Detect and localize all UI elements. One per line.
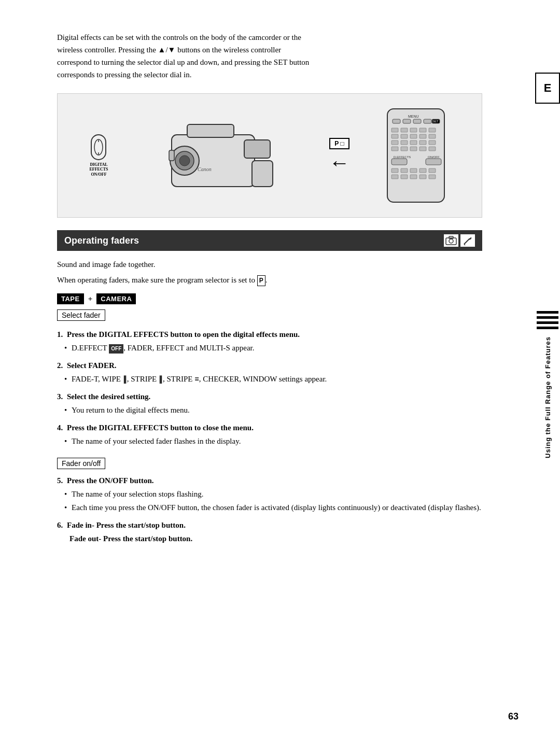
badge-row: TAPE + CAMERA xyxy=(57,293,519,304)
step-5-num: 5. xyxy=(57,476,63,485)
pencil-icon-box xyxy=(460,234,475,247)
svg-rect-14 xyxy=(393,119,400,123)
svg-rect-11 xyxy=(169,150,174,161)
left-arrow: ← xyxy=(329,152,349,173)
svg-text:SET: SET xyxy=(432,120,439,123)
svg-rect-52 xyxy=(419,175,426,179)
step-3-bullet-1: You return to the digital effects menu. xyxy=(72,404,482,416)
svg-rect-20 xyxy=(391,128,398,132)
step-4-bullet-1: The name of your selected fader flashes … xyxy=(72,435,482,447)
right-sidebar: Using the Full Range of Features xyxy=(535,311,560,458)
svg-rect-39 xyxy=(429,147,436,151)
step-6-text: Fade in- Press the start/stop button. xyxy=(67,521,186,529)
intro-text-3: correspond to turning the selector dial … xyxy=(57,58,309,66)
diagram-area: DIGITAL EFFECTS ON/OFF Canon xyxy=(57,93,482,218)
svg-rect-37 xyxy=(410,147,417,151)
step-4-num: 4. xyxy=(57,424,63,432)
svg-rect-7 xyxy=(244,140,270,158)
dial-label: DIGITAL EFFECTS ON/OFF xyxy=(89,162,108,177)
step-6-subtitle: Fade out- Press the start/stop button. xyxy=(57,532,482,545)
camcorder-diagram: Canon xyxy=(141,104,296,207)
svg-rect-25 xyxy=(391,134,398,138)
tab-letter: E xyxy=(544,81,552,95)
svg-rect-48 xyxy=(429,168,436,173)
sidebar-line-3 xyxy=(537,321,558,324)
step-5-title: 5. Press the ON/OFF button. xyxy=(57,474,482,487)
svg-rect-35 xyxy=(391,147,398,151)
step-6-subtitle-text: Fade out- Press the start/stop button. xyxy=(69,534,192,543)
svg-rect-53 xyxy=(429,175,436,179)
svg-rect-21 xyxy=(401,128,408,132)
step-3-title: 3. Select the desired setting. xyxy=(57,390,482,403)
p-indicator: P □ xyxy=(329,138,349,149)
dial-label-3: ON/OFF xyxy=(89,172,108,177)
svg-rect-49 xyxy=(391,175,398,179)
step-3-text: Select the desired setting. xyxy=(67,392,150,401)
camera-icon-box xyxy=(444,234,458,247)
step-1-text: Press the DIGITAL EFFECTS button to open… xyxy=(67,330,300,338)
section-header: Operating faders xyxy=(57,230,482,251)
step-1-bullet-1: D.EFFECT OFF, FADER, EFFECT and MULTI-S … xyxy=(72,342,482,354)
fader-onoff-box: Fader on/off xyxy=(57,458,105,469)
step-4-title: 4. Press the DIGITAL EFFECTS button to c… xyxy=(57,421,482,434)
sidebar-vertical-text: Using the Full Range of Features xyxy=(544,336,552,458)
step-4-text: Press the DIGITAL EFFECTS button to clos… xyxy=(67,424,254,432)
step-2-bullet-1: FADE-T, WIPE ‖, STRIPE ‖, STRIPE ≡, CHEC… xyxy=(72,373,482,385)
page-container: E Using the Full Range of Features Digit… xyxy=(0,0,560,748)
intro-paragraph: Digital effects can be set with the cont… xyxy=(57,31,519,81)
svg-rect-42 xyxy=(391,159,407,165)
camera-badge: CAMERA xyxy=(96,293,136,304)
step-2-num: 2. xyxy=(57,361,63,370)
svg-line-57 xyxy=(464,238,470,244)
off-badge: OFF xyxy=(109,344,123,354)
p-selector-symbol: P xyxy=(257,275,265,286)
description-line2: When operating faders, make sure the pro… xyxy=(57,274,519,286)
step-4-bullets: The name of your selected fader flashes … xyxy=(57,435,482,447)
svg-rect-36 xyxy=(401,147,408,151)
step-5: 5. Press the ON/OFF button. The name of … xyxy=(57,474,482,514)
svg-rect-15 xyxy=(403,119,411,123)
section-title: Operating faders xyxy=(64,235,139,246)
svg-rect-56 xyxy=(449,236,453,238)
remote-control-diagram: MENU SET xyxy=(382,106,450,205)
step-2-title: 2. Select FADER. xyxy=(57,359,482,372)
step-3-num: 3. xyxy=(57,392,63,401)
select-fader-box: Select fader xyxy=(57,309,519,328)
svg-text:MENU: MENU xyxy=(408,115,419,118)
badge-plus: + xyxy=(88,294,93,303)
select-fader-label: Select fader xyxy=(57,309,105,321)
pencil-icon xyxy=(463,235,473,246)
dial-label-1: DIGITAL xyxy=(89,162,108,167)
svg-rect-8 xyxy=(187,124,234,137)
svg-rect-17 xyxy=(424,119,431,123)
step-1-bullets: D.EFFECT OFF, FADER, EFFECT and MULTI-S … xyxy=(57,342,482,354)
dial-control: DIGITAL EFFECTS ON/OFF xyxy=(89,134,108,177)
svg-rect-33 xyxy=(419,140,426,145)
step-6: 6. Fade in- Press the start/stop button.… xyxy=(57,519,482,545)
svg-rect-23 xyxy=(419,128,426,132)
step-1-num: 1. xyxy=(57,330,63,338)
tape-badge: TAPE xyxy=(57,293,84,304)
page-number: 63 xyxy=(508,711,519,722)
dial-shape xyxy=(91,134,106,160)
section-tab-e: E xyxy=(535,73,560,104)
sidebar-line-2 xyxy=(537,316,558,319)
intro-text-1: Digital effects can be set with the cont… xyxy=(57,33,301,41)
svg-rect-38 xyxy=(419,147,426,151)
step-4: 4. Press the DIGITAL EFFECTS button to c… xyxy=(57,421,482,447)
p-box-decoration: □ xyxy=(340,140,344,147)
svg-rect-47 xyxy=(419,168,426,173)
step-5-bullets: The name of your selection stops flashin… xyxy=(57,488,482,514)
svg-rect-50 xyxy=(401,175,408,179)
svg-rect-22 xyxy=(410,128,417,132)
step-5-bullet-1: The name of your selection stops flashin… xyxy=(72,488,482,500)
svg-rect-27 xyxy=(410,134,417,138)
svg-rect-34 xyxy=(429,140,436,145)
svg-rect-28 xyxy=(419,134,426,138)
fader-onoff-container: Fader on/off xyxy=(57,453,482,474)
dial-label-2: EFFECTS xyxy=(89,167,108,172)
arrow-indicator: P □ ← xyxy=(329,138,349,173)
svg-rect-51 xyxy=(410,175,417,179)
step-2-bullets: FADE-T, WIPE ‖, STRIPE ‖, STRIPE ≡, CHEC… xyxy=(57,373,482,385)
step-1: 1. Press the DIGITAL EFFECTS button to o… xyxy=(57,328,482,354)
